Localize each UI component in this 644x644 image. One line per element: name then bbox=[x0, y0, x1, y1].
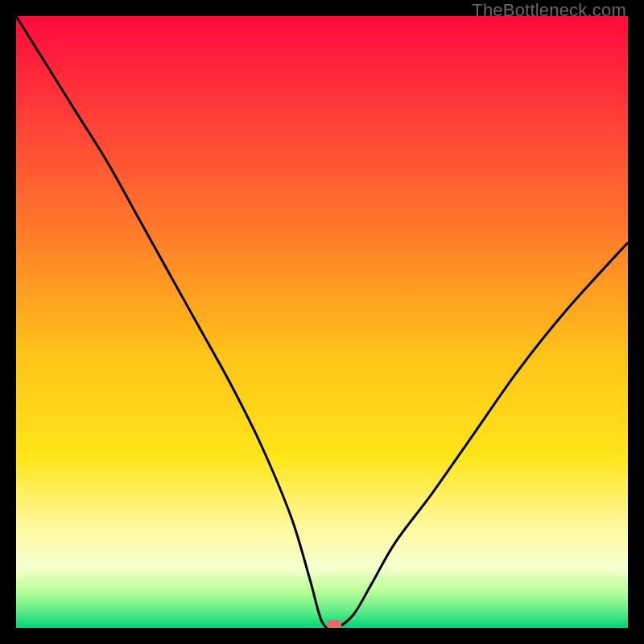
chart-frame bbox=[16, 16, 628, 628]
bottleneck-chart bbox=[16, 16, 628, 628]
optimal-marker bbox=[327, 620, 341, 628]
gradient-background bbox=[16, 16, 628, 628]
